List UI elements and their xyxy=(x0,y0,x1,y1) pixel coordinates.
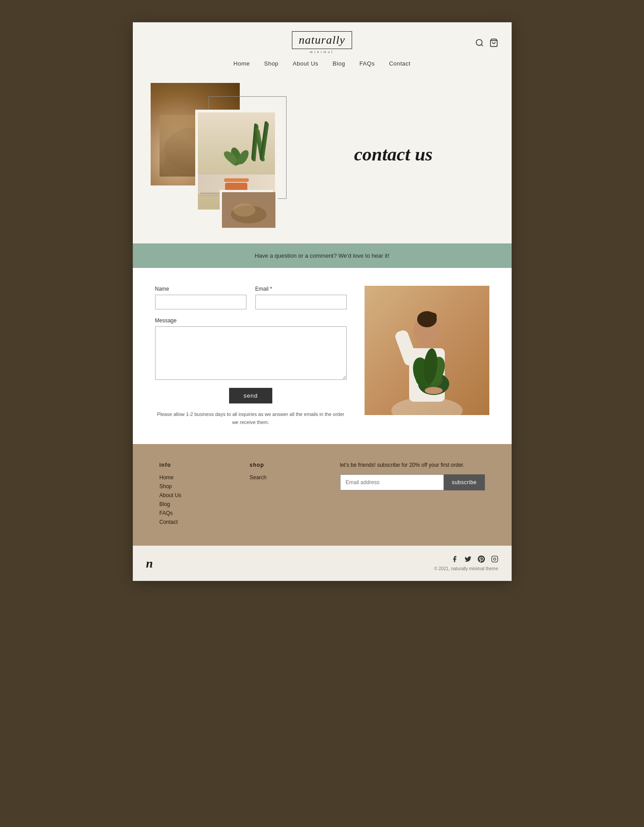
footer-link-home[interactable]: Home xyxy=(160,474,232,481)
name-group: Name xyxy=(155,286,246,309)
facebook-icon[interactable] xyxy=(451,555,458,563)
footer-link-blog[interactable]: Blog xyxy=(160,501,232,507)
subscribe-button[interactable]: subscribe xyxy=(444,474,485,490)
nav-blog[interactable]: Blog xyxy=(332,60,345,67)
footer-info-title: info xyxy=(160,462,232,468)
email-label: Email * xyxy=(255,286,347,292)
send-button[interactable]: send xyxy=(229,388,272,403)
logo-name: naturally xyxy=(299,33,345,46)
footer-right: © 2021, naturally minimal theme xyxy=(434,555,498,571)
message-group: Message xyxy=(155,317,347,380)
cart-icon[interactable] xyxy=(489,38,498,47)
footer-top: info Home Shop About Us Blog FAQs Contac… xyxy=(133,444,512,546)
svg-point-21 xyxy=(425,387,443,394)
page-title: contact us xyxy=(354,144,432,165)
nav-about[interactable]: About Us xyxy=(293,60,318,67)
footer-link-contact[interactable]: Contact xyxy=(160,519,232,525)
name-input[interactable] xyxy=(155,295,246,309)
nav-home[interactable]: Home xyxy=(234,60,250,67)
header-icons xyxy=(472,38,498,47)
footer-shop-title: shop xyxy=(250,462,322,468)
contact-image xyxy=(365,286,489,415)
newsletter-email-input[interactable] xyxy=(340,474,444,490)
footer-bottom: n xyxy=(133,546,512,581)
logo: naturally minimal xyxy=(173,31,472,54)
svg-point-0 xyxy=(476,39,482,45)
site-nav: Home Shop About Us Blog FAQs Contact xyxy=(133,54,512,74)
message-label: Message xyxy=(155,317,347,324)
logo-text: naturally xyxy=(292,31,352,49)
footer-info-col: info Home Shop About Us Blog FAQs Contac… xyxy=(160,462,232,528)
nav-shop[interactable]: Shop xyxy=(264,60,278,67)
nav-faqs[interactable]: FAQs xyxy=(359,60,375,67)
name-label: Name xyxy=(155,286,246,292)
twitter-icon[interactable] xyxy=(464,555,472,563)
instagram-icon[interactable] xyxy=(491,555,498,563)
footer-link-shop[interactable]: Shop xyxy=(160,483,232,490)
svg-rect-22 xyxy=(492,556,497,562)
message-input[interactable] xyxy=(155,326,347,380)
svg-point-7 xyxy=(233,203,255,217)
newsletter-title: let's be friends! subscribe for 20% off … xyxy=(340,462,485,468)
site-header: naturally minimal xyxy=(133,22,512,54)
hero-small-image xyxy=(220,190,273,226)
svg-point-15 xyxy=(428,313,437,320)
form-note: Please allow 1-2 business days to all in… xyxy=(155,411,347,426)
search-icon[interactable] xyxy=(475,38,484,47)
footer-newsletter-col: let's be friends! subscribe for 20% off … xyxy=(340,462,485,528)
teal-banner: Have a question or a comment? We'd love … xyxy=(133,243,512,268)
svg-line-1 xyxy=(481,44,483,46)
form-area: Name Email * Message send Please allow 1… xyxy=(155,286,347,426)
footer-link-faqs[interactable]: FAQs xyxy=(160,510,232,516)
footer-link-search[interactable]: Search xyxy=(250,474,322,481)
newsletter-form: subscribe xyxy=(340,474,485,490)
hero-images xyxy=(151,83,275,226)
hero-section: contact us xyxy=(133,74,512,243)
email-input[interactable] xyxy=(255,295,347,309)
email-group: Email * xyxy=(255,286,347,309)
footer-link-about[interactable]: About Us xyxy=(160,492,232,498)
banner-text: Have a question or a comment? We'd love … xyxy=(142,252,503,259)
contact-section: Name Email * Message send Please allow 1… xyxy=(133,268,512,444)
logo-sub: minimal xyxy=(310,50,334,54)
footer-shop-col: shop Search xyxy=(250,462,322,528)
pinterest-icon[interactable] xyxy=(478,555,485,563)
hero-text-area: contact us xyxy=(275,144,494,165)
copyright: © 2021, naturally minimal theme xyxy=(434,566,498,571)
snake-plant xyxy=(250,119,268,164)
form-row-name-email: Name Email * xyxy=(155,286,347,309)
nav-contact[interactable]: Contact xyxy=(389,60,410,67)
footer-logo: n xyxy=(146,556,153,571)
social-icons xyxy=(451,555,498,563)
